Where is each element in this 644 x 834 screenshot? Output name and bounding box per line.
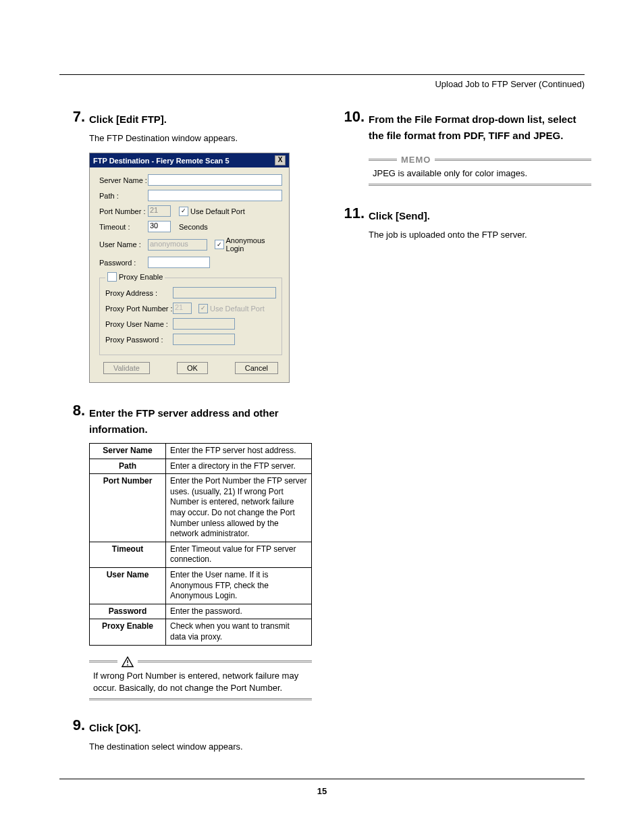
proxy-address-label: Proxy Address : bbox=[105, 289, 173, 297]
proxy-pass-input bbox=[173, 334, 235, 345]
seconds-label: Seconds bbox=[179, 223, 208, 231]
path-label: Path : bbox=[99, 192, 148, 200]
step-number: 11 bbox=[339, 205, 365, 222]
timeout-input[interactable]: 30 bbox=[148, 221, 171, 232]
step-body: The job is uploaded onto the FTP server. bbox=[369, 230, 585, 240]
table-val: Enter a directory in the FTP server. bbox=[166, 459, 312, 474]
step-title: Click [OK]. bbox=[89, 720, 141, 736]
page-header: Upload Job to FTP Server (Continued) bbox=[59, 79, 585, 89]
path-input[interactable] bbox=[148, 190, 282, 201]
step-number: 8 bbox=[59, 402, 85, 419]
table-val: Enter the User name. If it is Anonymous … bbox=[166, 567, 312, 604]
step-title: From the File Format drop-down list, sel… bbox=[369, 111, 585, 144]
field-description-table: Server NameEnter the FTP server host add… bbox=[89, 443, 312, 646]
server-name-input[interactable] bbox=[148, 174, 282, 186]
cancel-button[interactable]: Cancel bbox=[235, 362, 278, 374]
proxy-port-input: 21 bbox=[173, 303, 192, 314]
warning-icon bbox=[122, 656, 134, 667]
anonymous-login-checkbox[interactable]: ✓Anonymous Login bbox=[215, 236, 282, 253]
page-number: 15 bbox=[59, 779, 585, 796]
port-input: 21 bbox=[148, 205, 171, 217]
table-key: Server Name bbox=[90, 444, 166, 459]
table-val: Enter Timeout value for FTP server conne… bbox=[166, 542, 312, 567]
table-val: Enter the Port Number the FTP server use… bbox=[166, 474, 312, 542]
warning-text: If wrong Port Number is entered, network… bbox=[89, 670, 312, 694]
memo-text: JPEG is available only for color images. bbox=[369, 167, 591, 180]
timeout-label: Timeout : bbox=[99, 223, 148, 231]
proxy-use-default-checkbox: ✓Use Default Port bbox=[198, 304, 265, 313]
proxy-enable-checkbox[interactable]: Proxy Enable bbox=[107, 272, 163, 282]
table-key: Path bbox=[90, 459, 166, 474]
step-number: 7 bbox=[59, 108, 85, 126]
table-key: Timeout bbox=[90, 542, 166, 567]
table-key: Password bbox=[90, 604, 166, 619]
proxy-group: Proxy Enable Proxy Address : Proxy Port … bbox=[99, 272, 282, 355]
password-label: Password : bbox=[99, 259, 148, 267]
ftp-destination-dialog: FTP Destination - Fiery Remote Scan 5 X … bbox=[89, 153, 290, 383]
dialog-title: FTP Destination - Fiery Remote Scan 5 bbox=[93, 157, 230, 165]
validate-button: Validate bbox=[103, 362, 150, 374]
table-val: Enter the FTP server host address. bbox=[166, 444, 312, 459]
table-key: User Name bbox=[90, 567, 166, 604]
proxy-address-input bbox=[173, 287, 276, 298]
step-number: 9 bbox=[59, 716, 85, 734]
memo-label: MEMO bbox=[401, 155, 431, 165]
password-input[interactable] bbox=[148, 257, 210, 268]
close-icon[interactable]: X bbox=[275, 155, 286, 165]
ok-button[interactable]: OK bbox=[177, 362, 208, 374]
table-val: Enter the password. bbox=[166, 604, 312, 619]
table-key: Proxy Enable bbox=[90, 619, 166, 645]
port-label: Port Number : bbox=[99, 207, 148, 215]
step-body: The destination select window appears. bbox=[89, 741, 305, 752]
username-label: User Name : bbox=[99, 240, 148, 249]
table-key: Port Number bbox=[90, 474, 166, 542]
use-default-port-checkbox[interactable]: ✓Use Default Port bbox=[179, 207, 245, 216]
proxy-pass-label: Proxy Password : bbox=[105, 336, 173, 344]
step-number: 10 bbox=[339, 108, 365, 126]
proxy-port-label: Proxy Port Number : bbox=[105, 305, 173, 313]
proxy-user-input bbox=[173, 318, 235, 330]
memo-note: MEMO JPEG is available only for color im… bbox=[369, 155, 591, 186]
step-title: Click [Send]. bbox=[369, 208, 430, 224]
step-title: Enter the FTP server address and other i… bbox=[89, 405, 305, 438]
warning-note: If wrong Port Number is entered, network… bbox=[89, 656, 312, 700]
table-val: Check when you want to transmit data via… bbox=[166, 619, 312, 645]
step-title: Click [Edit FTP]. bbox=[89, 111, 167, 128]
svg-point-1 bbox=[127, 664, 128, 665]
proxy-user-label: Proxy User Name : bbox=[105, 320, 173, 328]
username-input: anonymous bbox=[148, 239, 207, 251]
server-name-label: Server Name : bbox=[99, 176, 148, 184]
step-body: The FTP Destination window appears. bbox=[89, 133, 305, 143]
